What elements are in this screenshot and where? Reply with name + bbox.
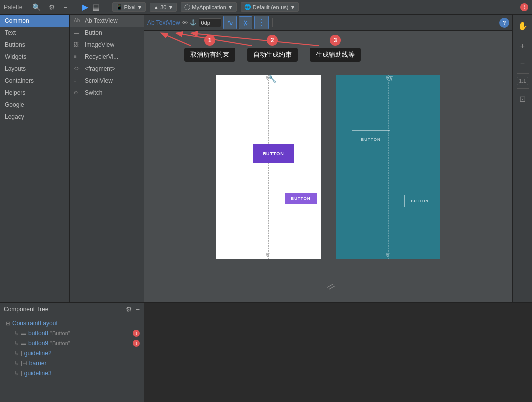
editor-area: Ab TextView 👁 ⚓ ∿ ⚹ ⋮ ? 1 取消所有约束 2: [144, 15, 512, 302]
canvas-area: % % 🔧 BUTTON BUTTON: [144, 31, 512, 302]
chevron-down-icon3: ▼: [228, 4, 233, 10]
zoom-out-button[interactable]: −: [516, 56, 530, 70]
tree-item-icon-root: ⊞: [6, 320, 10, 327]
palette-item-widgets[interactable]: Widgets: [0, 51, 69, 63]
tree-hook-button9: ↳: [14, 340, 19, 347]
comp-item-recyclerview[interactable]: ≡RecyclerVi...: [70, 51, 144, 63]
dark-device-frame: % % ⊼ BUTTON BUTTON: [336, 75, 440, 259]
tree-item-name-root: ConstraintLayout: [12, 320, 58, 327]
palette-item-common[interactable]: Common: [0, 15, 69, 27]
help-button[interactable]: ?: [499, 18, 509, 28]
gear-icon[interactable]: ⚙: [47, 2, 57, 12]
palette-title: Palette: [4, 4, 22, 11]
phone-icon: 📱: [116, 4, 123, 10]
tools-sep2: [517, 73, 529, 74]
app-icon: ◯: [184, 4, 190, 10]
tree-title: Component Tree: [4, 306, 122, 313]
design-icon[interactable]: ▤: [92, 2, 100, 12]
tree-gear-icon[interactable]: ⚙: [126, 305, 132, 313]
canvas-container: 1 取消所有约束 2 自动生成约束 3 生成辅助线等: [144, 31, 512, 302]
infer-constraints-button[interactable]: ⋮: [254, 16, 269, 29]
tree-item-guideline2[interactable]: ↳ | guideline2: [0, 348, 144, 358]
palette-items: CommonTextButtonsWidgetsLayoutsContainer…: [0, 15, 69, 123]
tree-item-qlabel-button9: "Button": [50, 340, 70, 346]
zoom-in-button[interactable]: +: [516, 39, 530, 53]
tools-sep1: [517, 36, 529, 36]
guideline-pin-dark: ⊼: [388, 75, 393, 83]
chevron-down-icon2: ▼: [168, 4, 173, 10]
palette-item-buttons[interactable]: Buttons: [0, 39, 69, 51]
tree-item-name-button8: button8: [28, 330, 48, 337]
minimize-icon[interactable]: −: [61, 2, 69, 12]
palette-item-google[interactable]: Google: [0, 99, 69, 111]
search-icon[interactable]: 🔍: [30, 2, 43, 12]
component-tree-panel: Component Tree ⚙ − ⊞ ConstraintLayout↳ ▬…: [0, 303, 144, 402]
eye-icon[interactable]: 👁: [182, 20, 188, 26]
fit-screen-button[interactable]: ⊡: [516, 92, 530, 106]
comp-item-button[interactable]: ▬Button: [70, 27, 144, 39]
auto-connect-button[interactable]: ⚹: [239, 16, 252, 29]
app-label: MyApplication: [192, 4, 226, 10]
palette-panel: CommonTextButtonsWidgetsLayoutsContainer…: [0, 15, 70, 302]
resize-handle[interactable]: //: [325, 282, 336, 293]
sep1: [76, 3, 76, 11]
comp-item-textview[interactable]: AbAb TextView: [70, 15, 144, 27]
tree-header: Component Tree ⚙ −: [0, 303, 144, 316]
api-label: 30: [160, 4, 166, 10]
tree-content: ⊞ ConstraintLayout↳ ▬ button8 "Button"!↳…: [0, 316, 144, 402]
tree-item-guideline3[interactable]: ↳ | guideline3: [0, 368, 144, 378]
locale-dropdown[interactable]: 🌐 Default (en-us) ▼: [241, 2, 299, 12]
error-badge: !: [520, 3, 528, 11]
tooltip-label2: 自动生成约束: [247, 48, 298, 62]
tooltip-label3: 生成辅助线等: [310, 48, 361, 62]
tools-sep3: [517, 88, 529, 89]
tree-minimize-icon[interactable]: −: [136, 305, 140, 313]
sep2: [106, 3, 106, 11]
comp-item-switch[interactable]: ⊙Switch: [70, 87, 144, 99]
palette-item-text[interactable]: Text: [0, 27, 69, 39]
pan-tool-button[interactable]: ✋: [516, 19, 530, 33]
dark-main-button: BUTTON: [352, 130, 390, 149]
comp-label-scrollview: ScrollView: [85, 77, 113, 84]
device-dropdown[interactable]: 📱 Pixel ▼: [112, 2, 146, 12]
button-purple-sm: BUTTON: [285, 193, 316, 204]
locale-label: Default (en-us): [253, 4, 289, 10]
button-outline-main: BUTTON: [352, 130, 390, 149]
tooltip-num2: 2: [267, 35, 278, 46]
palette-item-layouts[interactable]: Layouts: [0, 63, 69, 75]
tree-hook-guideline3: ↳: [14, 370, 19, 377]
tree-hook-barrier: ↳: [14, 360, 19, 367]
api-dropdown[interactable]: ▲ 30 ▼: [150, 3, 177, 12]
button-outline-sm: BUTTON: [404, 195, 435, 207]
zoom-ratio-label[interactable]: 1:1: [517, 77, 529, 85]
palette-item-helpers[interactable]: Helpers: [0, 87, 69, 99]
tree-item-button9[interactable]: ↳ ▬ button9 "Button"!: [0, 338, 144, 348]
comp-item-imageview[interactable]: 🖼ImageView: [70, 39, 144, 51]
comp-label-button: Button: [85, 29, 102, 36]
tree-item-icon-button9: ▬: [21, 340, 26, 346]
comp-item-fragment[interactable]: <><fragment>: [70, 63, 144, 75]
app-dropdown[interactable]: ◯ MyApplication ▼: [181, 2, 236, 12]
tree-item-root[interactable]: ⊞ ConstraintLayout: [0, 318, 144, 328]
top-bar: Palette 🔍 ⚙ − ▶ ▤ 📱 Pixel ▼ ▲ 30 ▼ ◯ MyA…: [0, 0, 532, 15]
palette-item-containers[interactable]: Containers: [0, 75, 69, 87]
tooltip1-group: 1 取消所有约束: [184, 35, 235, 62]
comp-label-recyclerview: RecyclerVi...: [85, 53, 118, 60]
tree-item-barrier[interactable]: ↳ |⊣ barrier: [0, 358, 144, 368]
tree-item-name-guideline3: guideline3: [24, 370, 52, 377]
guideline-v-light: [268, 75, 269, 259]
bottom-panel: Component Tree ⚙ − ⊞ ConstraintLayout↳ ▬…: [0, 302, 532, 402]
comp-icon-fragment: <>: [74, 66, 82, 72]
clear-constraints-button[interactable]: ∿: [223, 16, 237, 29]
constraint-input[interactable]: [199, 18, 221, 27]
tree-item-icon-guideline3: |: [21, 370, 22, 376]
palette-item-legacy[interactable]: Legacy: [0, 111, 69, 123]
tree-item-error-button9: !: [133, 340, 140, 347]
magnet-icon[interactable]: ⚓: [190, 19, 197, 26]
comp-item-scrollview[interactable]: ↕ScrollView: [70, 75, 144, 87]
tree-item-button8[interactable]: ↳ ▬ button8 "Button"!: [0, 328, 144, 338]
comp-label-fragment: <fragment>: [85, 65, 115, 72]
comp-icon-recyclerview: ≡: [74, 54, 82, 60]
comp-label-switch: Switch: [85, 89, 102, 96]
tree-item-icon-barrier: |⊣: [21, 360, 27, 367]
